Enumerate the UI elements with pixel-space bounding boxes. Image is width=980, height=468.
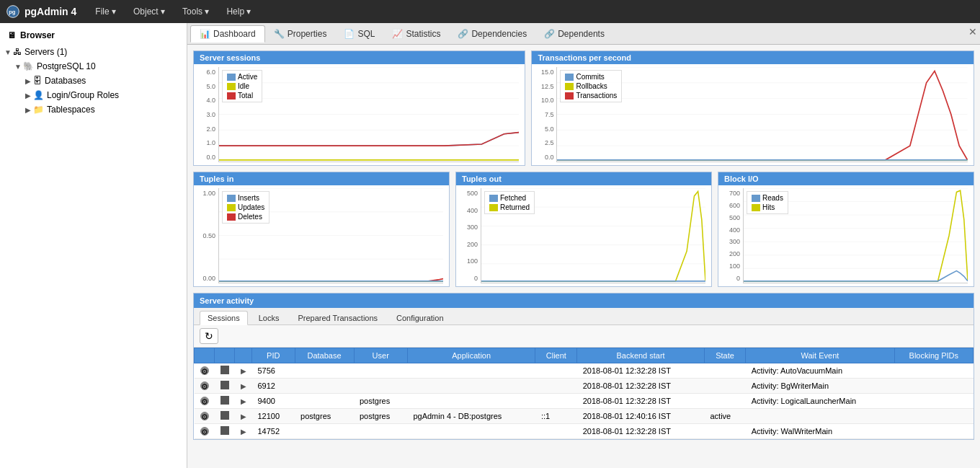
cell-backend-start: 2018-08-01 12:40:16 IST — [577, 409, 705, 424]
row-settings-icon[interactable]: ⚙ — [195, 379, 215, 394]
sidebar-item-databases[interactable]: ▶ 🗄 Databases — [0, 74, 187, 88]
tab-statistics[interactable]: 📈 Statistics — [383, 26, 449, 42]
sidebar-item-login-roles[interactable]: ▶ 👤 Login/Group Roles — [0, 88, 187, 102]
sidebar-item-tablespaces[interactable]: ▶ 📁 Tablespaces — [0, 102, 187, 117]
cell-client: ::1 — [535, 409, 577, 424]
cell-pid: 14752 — [252, 424, 295, 439]
sql-icon: 📄 — [344, 29, 355, 39]
row-stop-icon[interactable] — [215, 424, 235, 439]
row-settings-icon[interactable]: ⚙ — [195, 394, 215, 409]
tab-locks[interactable]: Locks — [251, 311, 288, 324]
menu-tools[interactable]: Tools ▾ — [175, 4, 216, 19]
refresh-button[interactable]: ↻ — [200, 328, 218, 344]
sidebar-item-servers[interactable]: ▼ 🖧 Servers (1) — [0, 45, 187, 59]
legend-idle: Idle — [227, 82, 257, 90]
legend-updates: Updates — [227, 203, 264, 211]
main-layout: 🖥 Browser ▼ 🖧 Servers (1) ▼ 🐘 PostgreSQL… — [0, 23, 980, 468]
table-row[interactable]: ⚙ ▶ 14752 2018-08-01 12:32:28 IST Activi… — [195, 424, 974, 439]
browser-icon: 🖥 — [7, 30, 16, 40]
updates-color — [227, 204, 236, 211]
row-stop-icon[interactable] — [215, 409, 235, 424]
sidebar-item-postgresql[interactable]: ▼ 🐘 PostgreSQL 10 — [0, 59, 187, 74]
transactions-area: 15.012.510.07.55.02.50.0 Commits — [535, 67, 971, 162]
table-row[interactable]: ⚙ ▶ 6912 2018-08-01 12:32:28 IST Activit… — [195, 379, 974, 394]
ts-icon: 📁 — [33, 105, 44, 115]
cell-database — [295, 379, 354, 394]
idle-color — [227, 83, 236, 90]
menu-help[interactable]: Help ▾ — [219, 4, 258, 19]
cell-pid: 5756 — [252, 363, 295, 379]
sidebar: 🖥 Browser ▼ 🖧 Servers (1) ▼ 🐘 PostgreSQL… — [0, 23, 187, 468]
logo-icon: pg — [6, 4, 20, 19]
cell-client — [535, 424, 577, 439]
cell-application — [407, 424, 535, 439]
row-stop-icon[interactable] — [215, 363, 235, 379]
properties-icon: 🔧 — [274, 29, 285, 39]
menu-file[interactable]: File ▾ — [88, 4, 123, 19]
row-expand-icon[interactable]: ▶ — [235, 363, 252, 379]
topbar: pg pgAdmin 4 File ▾ Object ▾ Tools ▾ Hel… — [0, 0, 980, 23]
legend-transactions-label: Transactions — [576, 92, 617, 100]
legend-active-label: Active — [238, 73, 257, 81]
legend-active: Active — [227, 73, 257, 81]
legend-updates-label: Updates — [238, 203, 264, 211]
legend-transactions: Transactions — [565, 92, 617, 100]
tuples-out-chart: Tuples out 5004003002001000 Fetched — [455, 172, 712, 287]
cell-backend-start: 2018-08-01 12:32:28 IST — [577, 424, 705, 439]
legend-hits: Hits — [752, 203, 783, 211]
row-expand-icon[interactable]: ▶ — [235, 409, 252, 424]
legend-rollbacks: Rollbacks — [565, 82, 617, 90]
row-settings-icon[interactable]: ⚙ — [195, 363, 215, 379]
tab-dependents[interactable]: 🔗 Dependents — [535, 26, 613, 42]
tab-sessions[interactable]: Sessions — [200, 311, 248, 325]
cell-client — [535, 363, 577, 379]
roles-icon: 👤 — [33, 90, 44, 100]
legend-fetched-label: Fetched — [500, 194, 526, 202]
row-stop-icon[interactable] — [215, 394, 235, 409]
row-stop-icon[interactable] — [215, 379, 235, 394]
dep-icon: 🔗 — [458, 29, 468, 39]
server-sessions-chart: Server sessions 6.05.04.03.02.01.00.0 — [193, 50, 525, 166]
cell-state — [704, 424, 745, 439]
table-row[interactable]: ⚙ ▶ 5756 2018-08-01 12:32:28 IST Activit… — [195, 363, 974, 379]
cell-client — [535, 379, 577, 394]
col-wait-event: Wait Event — [746, 348, 895, 363]
menu-object[interactable]: Object ▾ — [126, 4, 172, 19]
deletes-color — [227, 213, 236, 221]
row-settings-icon[interactable]: ⚙ — [195, 424, 215, 439]
tab-configuration[interactable]: Configuration — [388, 311, 451, 324]
col-client: Client — [535, 348, 577, 363]
tab-dependencies[interactable]: 🔗 Dependencies — [449, 26, 535, 42]
dashboard-icon: 📊 — [200, 29, 210, 39]
tab-properties[interactable]: 🔧 Properties — [265, 26, 336, 42]
table-row[interactable]: ⚙ ▶ 9400 postgres 2018-08-01 12:32:28 IS… — [195, 394, 974, 409]
block-io-body: 7006005004003002001000 Reads — [718, 185, 974, 286]
row-expand-icon[interactable]: ▶ — [235, 379, 252, 394]
fetched-color — [489, 195, 498, 202]
table-row[interactable]: ⚙ ▶ 12100 postgres postgres pgAdmin 4 - … — [195, 409, 974, 424]
app-logo: pg pgAdmin 4 — [6, 4, 76, 19]
block-io-legend: Reads Hits — [747, 191, 788, 214]
reads-color — [752, 195, 760, 202]
transactions-ylabels: 15.012.510.07.55.02.50.0 — [535, 67, 555, 162]
tuples-in-area: 1.000.500.00 Inserts — [197, 188, 446, 283]
row-expand-icon[interactable]: ▶ — [235, 424, 252, 439]
cell-blocking-pids — [894, 409, 973, 424]
tuples-out-canvas: Fetched Returned — [481, 188, 705, 283]
legend-deletes: Deletes — [227, 213, 264, 221]
transactions-canvas: Commits Rollbacks Transactions — [556, 67, 968, 162]
tab-dashboard[interactable]: 📊 Dashboard — [190, 25, 265, 43]
close-tab-button[interactable]: ✕ — [968, 26, 977, 37]
cell-backend-start: 2018-08-01 12:32:28 IST — [577, 379, 705, 394]
sidebar-label-pg: PostgreSQL 10 — [37, 61, 96, 71]
row-expand-icon[interactable]: ▶ — [235, 394, 252, 409]
tab-prepared-transactions[interactable]: Prepared Transactions — [290, 311, 386, 324]
tuples-in-legend: Inserts Updates Deletes — [222, 191, 270, 224]
tuples-in-chart: Tuples in 1.000.500.00 Inserts — [193, 172, 450, 287]
cell-user — [354, 363, 407, 379]
server-sessions-legend: Active Idle Total — [222, 70, 262, 102]
tab-sql[interactable]: 📄 SQL — [335, 26, 383, 42]
col-actions-1 — [195, 348, 215, 363]
cell-pid: 12100 — [252, 409, 295, 424]
row-settings-icon[interactable]: ⚙ — [195, 409, 215, 424]
